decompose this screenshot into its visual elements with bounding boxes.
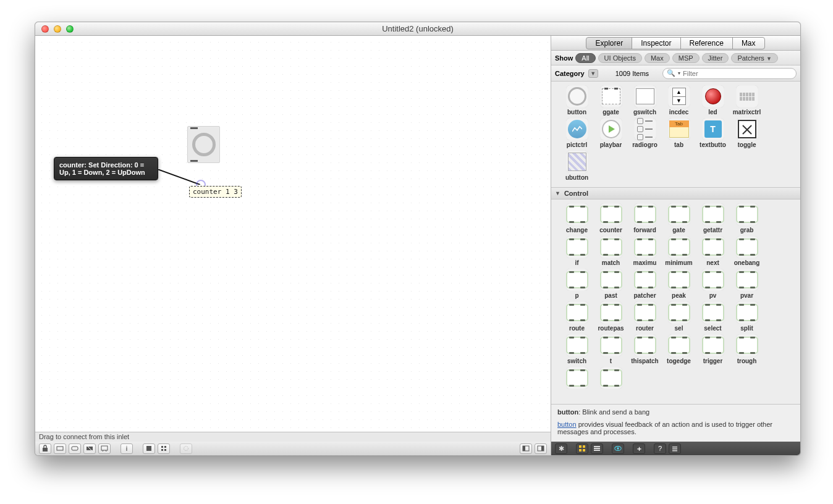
palette-item-gswitch[interactable]: gswitch — [628, 85, 662, 116]
svg-rect-10 — [161, 446, 163, 448]
palette-item-counter[interactable]: counter — [594, 203, 628, 233]
filter-jitter[interactable]: Jitter — [702, 53, 729, 63]
tab-max[interactable]: Max — [732, 37, 765, 49]
palette-item-label: if — [575, 259, 578, 266]
palette-item-trigger[interactable]: trigger — [696, 334, 730, 364]
palette-item-patcher[interactable]: patcher — [628, 269, 662, 299]
palette-item-ggate[interactable]: ggate — [594, 85, 628, 116]
lock-button[interactable] — [39, 443, 51, 454]
object-box-icon — [668, 337, 690, 354]
palette-item-tab[interactable]: tab — [662, 118, 696, 148]
palette-item-pv[interactable]: pv — [696, 269, 730, 299]
palette-item-radiogroup[interactable]: radiogro — [628, 118, 662, 148]
palette-item-onebang[interactable]: onebang — [730, 236, 764, 266]
object-box-icon — [634, 337, 656, 354]
palette-item-past[interactable]: past — [594, 269, 628, 299]
dial-inlet[interactable] — [190, 127, 198, 129]
tab-explorer[interactable]: Explorer — [586, 37, 632, 49]
grid-button[interactable] — [158, 443, 170, 454]
add-button[interactable]: ＋ — [633, 443, 645, 454]
category-dropdown[interactable]: ▼ — [588, 69, 598, 78]
palette-item-minimum[interactable]: minimum — [662, 236, 696, 266]
svg-rect-2 — [57, 447, 63, 450]
dial-object[interactable] — [187, 126, 220, 163]
zoom-button[interactable] — [143, 443, 155, 454]
palette-item-textbutton[interactable]: Ttextbutto — [696, 118, 730, 148]
palette-item-playbar[interactable]: playbar — [594, 118, 628, 148]
palette-item-led[interactable]: led — [696, 85, 730, 116]
svg-rect-6 — [101, 446, 108, 450]
info-doc-link[interactable]: button — [557, 421, 577, 428]
filter-msp[interactable]: MSP — [672, 53, 700, 63]
sidebar-right-button[interactable] — [535, 443, 547, 454]
counter-object-box[interactable]: counter 1 3 — [189, 186, 242, 198]
palette-item-button[interactable]: button — [560, 85, 594, 116]
search-input[interactable] — [683, 70, 792, 77]
svg-rect-25 — [594, 450, 600, 451]
object-box-icon — [634, 238, 656, 256]
palette-item-incdec[interactable]: ▲▼incdec — [662, 85, 696, 116]
object-box-icon — [566, 206, 588, 223]
palette-item-p[interactable]: p — [560, 269, 594, 299]
palette-item-forward[interactable]: forward — [628, 203, 662, 233]
palette-item-if[interactable]: if — [560, 236, 594, 266]
settings-gear-button[interactable]: ✱ — [555, 443, 567, 454]
palette-item-toggle[interactable]: toggle — [730, 118, 764, 148]
palette-item-pvar[interactable]: pvar — [730, 269, 764, 299]
debug-button[interactable] — [180, 443, 192, 454]
palette-item-ctrl-31[interactable] — [594, 367, 628, 390]
palette-item-gate[interactable]: gate — [662, 203, 696, 233]
palette-item-match[interactable]: match — [594, 236, 628, 266]
search-field[interactable]: 🔍 ▾ — [662, 68, 797, 79]
filter-all[interactable]: All — [575, 53, 595, 63]
new-message-button[interactable] — [69, 443, 81, 454]
palette-item-router[interactable]: router — [628, 301, 662, 332]
palette-item-sel[interactable]: sel — [662, 301, 696, 332]
palette-item-trough[interactable]: trough — [730, 334, 764, 364]
list-view-button[interactable] — [591, 443, 603, 454]
presentation-button[interactable] — [98, 443, 111, 454]
palette-item-peak[interactable]: peak — [662, 269, 696, 299]
palette-item-routepas[interactable]: routepas — [594, 301, 628, 332]
inlet-tooltip: counter: Set Direction: 0 = Up, 1 = Down… — [54, 157, 158, 180]
new-comment-button[interactable] — [83, 443, 96, 454]
palette-item-grab[interactable]: grab — [730, 203, 764, 233]
palette-item-select[interactable]: select — [696, 301, 730, 332]
palette-item-matrixctrl[interactable]: matrixctrl — [730, 85, 764, 116]
grid-view-button[interactable] — [576, 443, 588, 454]
inspector-button[interactable]: i — [121, 443, 133, 454]
sidebar-left-button[interactable] — [520, 443, 532, 454]
new-object-button[interactable] — [54, 443, 66, 454]
object-box-icon — [736, 337, 758, 354]
palette-item-maximu[interactable]: maximu — [628, 236, 662, 266]
filter-patchers[interactable]: Patchers ▼ — [731, 53, 777, 63]
palette-item-label: togedge — [667, 358, 691, 364]
control-section-header[interactable]: ▼ Control — [551, 187, 800, 200]
palette-item-switch[interactable]: switch — [560, 334, 594, 364]
palette-item-route[interactable]: route — [560, 301, 594, 332]
palette-item-change[interactable]: change — [560, 203, 594, 233]
palette-item-getattr[interactable]: getattr — [696, 203, 730, 233]
svg-rect-12 — [161, 449, 163, 451]
palette-item-ubutton[interactable]: ubutton — [560, 151, 594, 181]
palette-item-ctrl-30[interactable] — [560, 367, 594, 390]
palette-item-thispatch[interactable]: thispatch — [628, 334, 662, 364]
palette-item-togedge[interactable]: togedge — [662, 334, 696, 364]
palette-item-next[interactable]: next — [696, 236, 730, 266]
palette-item-t[interactable]: t — [594, 334, 628, 364]
menu-button[interactable] — [669, 443, 681, 454]
eye-button[interactable] — [612, 443, 624, 454]
dial-outlet[interactable] — [190, 160, 198, 162]
tab-inspector[interactable]: Inspector — [632, 37, 680, 49]
panel-body[interactable]: button ggate gswitch ▲▼incdec led matrix… — [551, 82, 800, 404]
palette-item-split[interactable]: split — [730, 301, 764, 332]
help-button[interactable]: ? — [654, 443, 666, 454]
info-pane: button: Blink and send a bang button pro… — [551, 404, 800, 442]
tab-reference[interactable]: Reference — [680, 37, 733, 49]
object-box-icon — [566, 337, 588, 354]
filter-ui-objects[interactable]: UI Objects — [598, 53, 642, 63]
palette-item-pictctrl[interactable]: pictctrl — [560, 118, 594, 148]
object-box-icon — [702, 238, 724, 256]
patcher-canvas[interactable]: counter: Set Direction: 0 = Up, 1 = Down… — [35, 36, 551, 432]
filter-max[interactable]: Max — [645, 53, 670, 63]
